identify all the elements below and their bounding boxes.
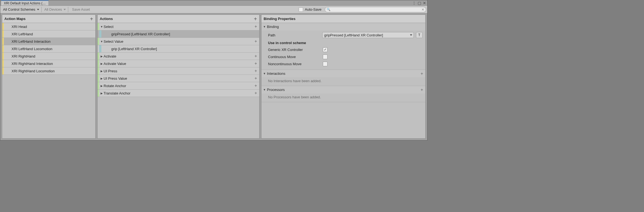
action-map-label: XRI RightHand: [4, 54, 95, 58]
actions-list: Select+gripPressed [LeftHand XR Controll…: [98, 23, 259, 138]
path-label: Path: [268, 33, 320, 37]
action-map-label: XRI RightHand Interaction: [4, 62, 95, 66]
row-marker: [98, 23, 99, 30]
add-binding-button[interactable]: +: [255, 24, 257, 29]
action-map-label: XRI Head: [4, 25, 95, 29]
action-row[interactable]: UI Press Value+: [98, 75, 259, 82]
interactions-title: Interactions: [267, 71, 285, 76]
row-marker: [99, 45, 101, 52]
row-marker: [98, 82, 99, 89]
scheme-row: Generic XR Controller✓: [268, 46, 423, 53]
action-map-label: XRI RightHand Locomotion: [4, 69, 95, 73]
actions-title: Actions: [100, 17, 113, 21]
action-map-row[interactable]: XRI LeftHand Locomotion: [2, 45, 95, 53]
autosave-toggle[interactable]: Auto-Save: [299, 7, 321, 12]
row-marker: [98, 75, 99, 82]
binding-row[interactable]: grip [LeftHand XR Controller]: [98, 45, 259, 53]
row-marker: [98, 67, 99, 75]
action-map-row[interactable]: XRI LeftHand: [2, 30, 95, 38]
scheme-checkbox[interactable]: ✓: [323, 47, 327, 52]
listen-button[interactable]: T: [416, 32, 423, 38]
binding-label: grip [LeftHand XR Controller]: [105, 47, 259, 51]
foldout-icon[interactable]: [100, 70, 104, 73]
action-row[interactable]: UI Press+: [98, 67, 259, 75]
action-map-row[interactable]: XRI Head: [2, 23, 95, 30]
interactions-header[interactable]: ▼ Interactions +: [261, 70, 425, 77]
add-binding-button[interactable]: +: [255, 91, 257, 96]
processors-title: Processors: [267, 88, 285, 92]
path-value: gripPressed [LeftHand XR Controller]: [324, 33, 383, 37]
foldout-icon[interactable]: [100, 55, 104, 58]
scheme-row: Continuous Move: [268, 53, 423, 60]
add-interaction-button[interactable]: +: [421, 71, 423, 76]
save-asset-button[interactable]: Save Asset: [69, 7, 93, 13]
binding-properties-header: Binding Properties: [261, 15, 425, 23]
binding-section-title: Binding: [267, 25, 279, 29]
binding-properties-body: ▼ Binding Path gripPressed [LeftHand XR …: [261, 23, 425, 138]
action-map-row[interactable]: XRI RightHand: [2, 53, 95, 60]
binding-section: ▼ Binding Path gripPressed [LeftHand XR …: [261, 23, 425, 70]
separator: [41, 7, 42, 12]
action-row[interactable]: Select Value+: [98, 38, 259, 45]
path-dropdown[interactable]: gripPressed [LeftHand XR Controller]: [322, 32, 414, 38]
input-actions-window: XRI Default Input Actions (… ⋮ ▢ ✕ All C…: [0, 0, 428, 141]
scheme-checkbox[interactable]: [323, 62, 327, 66]
action-row[interactable]: Activate+: [98, 53, 259, 60]
foldout-icon[interactable]: [100, 40, 104, 43]
toolbar: All Control Schemes All Devices Save Ass…: [0, 6, 427, 13]
action-map-row[interactable]: XRI LeftHand Interaction: [2, 38, 95, 45]
foldout-icon[interactable]: [100, 92, 104, 95]
maximize-icon[interactable]: ▢: [418, 1, 421, 5]
add-action-button[interactable]: +: [254, 16, 257, 22]
action-label: UI Press Value: [104, 76, 259, 81]
action-label: Activate: [104, 54, 259, 58]
processors-header[interactable]: ▼ Processors +: [261, 86, 425, 93]
menu-icon[interactable]: ⋮: [412, 1, 416, 5]
action-map-label: XRI LeftHand Locomotion: [4, 47, 95, 51]
separator: [68, 7, 68, 12]
action-label: Select Value: [104, 39, 259, 44]
scheme-checkbox[interactable]: [323, 55, 327, 59]
row-marker: [99, 30, 101, 38]
binding-properties-panel: Binding Properties ▼ Binding Path gripPr…: [261, 15, 426, 139]
action-row[interactable]: Translate Anchor+: [98, 90, 259, 97]
foldout-icon[interactable]: [100, 77, 104, 80]
close-icon[interactable]: ✕: [423, 1, 426, 5]
chevron-down-icon: [410, 35, 412, 36]
binding-properties-title: Binding Properties: [264, 17, 295, 21]
actions-panel: Actions + Select+gripPressed [LeftHand X…: [97, 15, 260, 139]
scheme-label: Noncontinuous Move: [268, 62, 323, 66]
devices-dropdown[interactable]: All Devices: [43, 7, 67, 13]
add-binding-button[interactable]: +: [255, 54, 257, 59]
binding-section-body: Path gripPressed [LeftHand XR Controller…: [261, 30, 425, 70]
action-maps-list: XRI HeadXRI LeftHandXRI LeftHand Interac…: [2, 23, 95, 138]
foldout-icon[interactable]: [100, 62, 104, 65]
action-map-row[interactable]: XRI RightHand Interaction: [2, 60, 95, 67]
add-binding-button[interactable]: +: [255, 83, 257, 88]
control-schemes-dropdown[interactable]: All Control Schemes: [1, 7, 40, 13]
action-label: Activate Value: [104, 62, 259, 66]
action-map-row[interactable]: XRI RightHand Locomotion: [2, 67, 95, 75]
add-processor-button[interactable]: +: [421, 87, 423, 92]
add-binding-button[interactable]: +: [255, 61, 257, 66]
action-row[interactable]: Rotate Anchor+: [98, 82, 259, 90]
action-row[interactable]: Activate Value+: [98, 60, 259, 67]
action-row[interactable]: Select+: [98, 23, 259, 30]
foldout-icon[interactable]: [100, 84, 104, 87]
add-binding-button[interactable]: +: [255, 39, 257, 44]
foldout-icon[interactable]: [100, 25, 104, 28]
add-binding-button[interactable]: +: [255, 68, 257, 73]
binding-row[interactable]: gripPressed [LeftHand XR Controller]: [98, 30, 259, 38]
use-in-scheme-label: Use in control scheme: [268, 41, 423, 45]
processors-section: ▼ Processors + No Processors have been a…: [261, 86, 425, 102]
search-input[interactable]: [332, 8, 421, 12]
chevron-down-icon: [64, 9, 66, 10]
action-label: Translate Anchor: [104, 91, 259, 95]
add-binding-button[interactable]: +: [255, 76, 257, 81]
add-action-map-button[interactable]: +: [90, 16, 93, 22]
search-field[interactable]: 🔍 ✕: [325, 7, 426, 12]
clear-icon[interactable]: ✕: [421, 8, 424, 12]
binding-section-header[interactable]: ▼ Binding: [261, 23, 425, 30]
editor-tab[interactable]: XRI Default Input Actions (…: [1, 0, 49, 5]
action-map-label: XRI LeftHand Interaction: [4, 39, 95, 44]
